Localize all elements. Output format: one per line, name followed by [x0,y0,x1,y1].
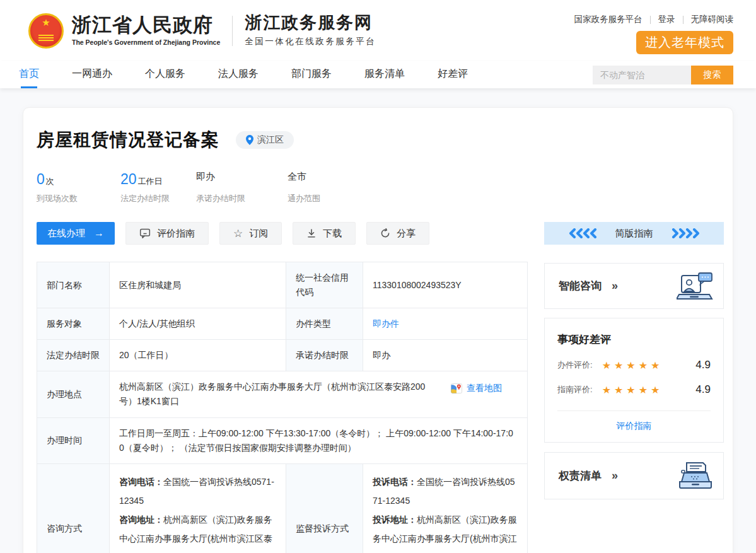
government-logo: 浙江省人民政府 The People's Government of Zheji… [72,15,220,46]
nav-item-personal-services[interactable]: 个人服务 [145,61,185,88]
top-links: 国家政务服务平台 登录 无障碍阅读 [574,14,734,25]
chevrons-left-icon[interactable] [566,228,598,238]
consult-contact-cell: 咨询电话：全国统一咨询投诉热线0571-12345 咨询地址：杭州高新区（滨江)… [110,463,286,553]
duty-list-title: 权责清单 [559,469,602,483]
link-national-platform[interactable]: 国家政务服务平台 [574,14,650,25]
share-refresh-icon [380,228,390,238]
subscribe-button[interactable]: ☆ 订阅 [219,222,282,245]
row-label: 法定办结时限 [37,340,110,371]
case-type-link[interactable]: 即办件 [373,318,399,329]
link-login[interactable]: 登录 [651,14,683,25]
online-apply-button[interactable]: 在线办理 → [37,222,115,245]
site-header: ★ 浙江省人民政府 The People's Government of Zhe… [0,0,756,61]
stat-legal-time-limit: 20工作日 法定办结时限 [120,171,196,204]
consult-phone: 咨询电话：全国统一咨询投诉热线0571-12345 [119,472,276,510]
table-row-service-target: 服务对象 个人/法人/其他组织 办件类型 即办件 [37,308,528,340]
content-columns: 在线办理 → 评价指南 ☆ 订阅 [37,222,724,553]
row-label: 办件类型 [286,308,363,340]
site-logo: 浙江政务服务网 全国一体化在线政务服务平台 [245,14,376,47]
nav-item-one-network[interactable]: 一网通办 [72,61,112,88]
site-subtitle: 全国一体化在线政务服务平台 [245,36,376,47]
nav-item-department-services[interactable]: 部门服务 [291,61,332,88]
stat-promised-time-limit: 即办 承诺办结时限 [196,171,288,204]
side-column: 简版指南 智能咨询 » 事项好差评 办件评价: ★★★★★ 4.9 [544,222,724,499]
map-icon [451,383,462,394]
download-icon [306,228,317,238]
complaint-address: 投诉地址：杭州高新区（滨江)政务服务中心江南办事服务大厅(杭州市滨江区泰安路20… [373,510,518,553]
typewriter-icon [678,462,713,491]
row-label: 咨询方式 [37,463,110,553]
double-chevron-icon: » [612,279,618,293]
link-accessibility[interactable]: 无障碍阅读 [683,14,734,25]
consult-address: 咨询地址：杭州高新区（滨江)政务服务中心江南办事服务大厅(杭州市滨江区泰安路20… [119,510,276,553]
search-button[interactable]: 搜索 [691,66,733,84]
elderly-mode-button[interactable]: 进入老年模式 [636,31,733,54]
page-title: 房屋租赁情况登记备案 [37,128,219,152]
stat-site-visits: 0次 到现场次数 [37,171,120,204]
smart-consult-title: 智能咨询 [559,279,602,293]
nav-item-service-list[interactable]: 服务清单 [364,61,405,88]
star-rating-icons: ★★★★★ [602,384,663,396]
video-consult-icon [677,272,713,301]
header-divider [232,16,233,46]
row-label: 监督投诉方式 [286,463,363,553]
stats-row: 0次 到现场次数 20工作日 法定办结时限 即办 承诺办结时限 全市 通办范围 [37,171,724,204]
rating-score: 4.9 [695,359,711,371]
simple-guide-banner[interactable]: 简版指南 [544,222,724,245]
search-bar: 搜索 [593,66,733,84]
location-pin-icon [246,135,253,145]
rating-card: 事项好差评 办件评价: ★★★★★ 4.9 指南评价: ★★★★★ 4.9 评价… [544,318,724,443]
actions-row: 在线办理 → 评价指南 ☆ 订阅 [37,222,527,245]
row-label: 承诺办结时限 [286,340,363,371]
share-button[interactable]: 分享 [366,222,429,245]
star-rating-icons: ★★★★★ [602,359,663,371]
simple-guide-label: 简版指南 [615,228,653,240]
nav-item-rating[interactable]: 好差评 [438,61,468,88]
site-name: 浙江政务服务网 [245,14,376,32]
row-value: 区住房和城建局 [110,262,286,308]
page-background: 房屋租赁情况登记备案 滨江区 0次 到现场次数 20工作日 法定办结时限 即办 … [0,88,756,553]
download-button[interactable]: 下载 [293,222,356,245]
double-chevron-icon: » [612,469,618,482]
title-row: 房屋租赁情况登记备案 滨江区 [37,128,724,152]
row-label: 部门名称 [37,262,110,308]
government-name-en: The People's Government of Zhejiang Prov… [72,38,220,46]
complaint-phone: 投诉电话：全国统一咨询投诉热线0571-12345 [373,472,518,510]
row-label: 办理时间 [37,417,110,463]
stat-service-scope: 全市 通办范围 [288,171,320,204]
nav-item-legal-person-services[interactable]: 法人服务 [218,61,259,88]
view-map-link[interactable]: 查看地图 [451,381,502,395]
table-row-department: 部门名称 区住房和城建局 统一社会信用代码 11330108002493523Y [37,262,528,308]
table-row-contact: 咨询方式 咨询电话：全国统一咨询投诉热线0571-12345 咨询地址：杭州高新… [37,463,528,553]
table-row-location: 办理地点 杭州高新区（滨江）政务服务中心江南办事服务大厅（杭州市滨江区泰安路20… [37,371,528,417]
header-right: 国家政务服务平台 登录 无障碍阅读 进入老年模式 [574,14,734,54]
table-row-hours: 办理时间 工作日周一至周五：上午09:00-12:00 下午13:30-17:0… [37,417,528,463]
row-value: 杭州高新区（滨江）政务服务中心江南办事服务大厅（杭州市滨江区泰安路200号）1楼… [110,371,528,417]
handling-address: 杭州高新区（滨江）政务服务中心江南办事服务大厅（杭州市滨江区泰安路200号）1楼… [119,380,433,409]
arrow-right-icon: → [94,228,104,239]
row-value: 工作日周一至周五：上午09:00-12:00 下午13:30-17:00（冬令时… [110,417,528,463]
service-detail-card: 房屋租赁情况登记备案 滨江区 0次 到现场次数 20工作日 法定办结时限 即办 … [23,107,733,553]
duty-list-card[interactable]: 权责清单 » [544,452,724,499]
row-value: 20（工作日） [110,340,286,371]
row-value: 即办件 [363,308,528,340]
star-outline-icon: ☆ [233,228,243,239]
rating-row-case: 办件评价: ★★★★★ 4.9 [557,359,711,371]
smart-consult-card[interactable]: 智能咨询 » [544,263,724,309]
government-name: 浙江省人民政府 [72,15,220,36]
chevrons-right-icon[interactable] [671,228,702,238]
complaint-contact-cell: 投诉电话：全国统一咨询投诉热线0571-12345 投诉地址：杭州高新区（滨江)… [363,463,528,553]
rating-row-guide: 指南评价: ★★★★★ 4.9 [557,383,711,396]
row-label: 办理地点 [37,371,110,417]
row-value: 个人/法人/其他组织 [110,308,286,340]
nav-item-home[interactable]: 首页 [19,61,39,88]
review-guide-button[interactable]: 评价指南 [125,222,209,245]
location-badge[interactable]: 滨江区 [236,131,294,149]
location-badge-label: 滨江区 [257,134,284,146]
table-row-time-limits: 法定办结时限 20（工作日） 承诺办结时限 即办 [37,340,528,371]
review-guide-link[interactable]: 评价指南 [557,411,711,441]
row-label: 服务对象 [37,308,110,340]
comment-bubble-icon [139,228,151,239]
search-input[interactable] [593,66,691,84]
row-value: 11330108002493523Y [363,262,528,308]
